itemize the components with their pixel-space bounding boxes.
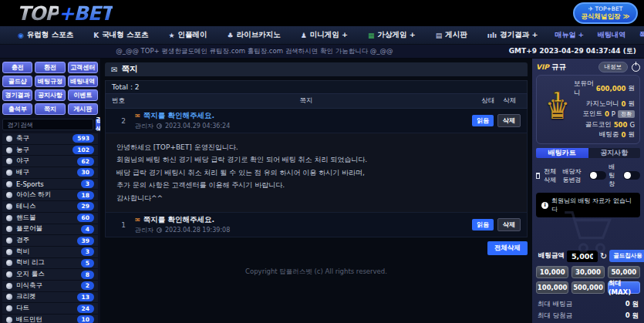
auto-change-toggle[interactable]	[589, 171, 606, 180]
quick-amount-button[interactable]: 30,000	[572, 266, 604, 278]
sport-list-item[interactable]: 오지 룰스 8	[2, 269, 98, 281]
nav-item-icon: ▤	[436, 32, 443, 39]
nav-item[interactable]: ♟ 미니게임 +	[291, 30, 358, 40]
site-logo[interactable]: TOP+BET	[17, 2, 113, 25]
quick-amount-button[interactable]: 100,000	[536, 281, 568, 294]
sidebar-menu-button[interactable]: 이벤트	[68, 89, 98, 101]
sport-icon	[6, 237, 12, 244]
message-title[interactable]: ✉쪽지를 확인해주세요.	[135, 215, 468, 225]
nav-item-label: 가상게임 +	[378, 30, 416, 40]
sidebar-menu-button[interactable]: 배팅내역	[68, 76, 98, 87]
message-icon: ✉	[111, 66, 117, 74]
nav-item[interactable]: ▦ 가상게임 +	[358, 30, 426, 40]
match-search-input[interactable]	[2, 119, 93, 130]
message-body-line: 추가 문의 사항은 고객센터를 이용해 주시기 바랍니다.	[116, 180, 516, 190]
sport-list-item[interactable]: 배구 30	[2, 167, 98, 179]
bet-window-toggle[interactable]	[623, 171, 640, 180]
sport-list-item[interactable]: 다트 24	[2, 303, 98, 315]
logout-icon[interactable]	[632, 63, 640, 72]
nav-item[interactable]: ıılı 경기결과 +	[477, 30, 548, 40]
sidebar-menu-button[interactable]: 경기결과	[2, 89, 32, 101]
cart-controls: 전체삭제 배당자동변경 배팅창	[536, 163, 640, 188]
sport-count-badge: 62	[77, 157, 94, 166]
level-number: 1	[553, 89, 563, 105]
sport-icon	[6, 204, 12, 210]
sport-count-badge: 593	[72, 134, 94, 143]
sport-list-item[interactable]: 럭비 3	[2, 247, 98, 258]
official-channel-button[interactable]: ✈TOP+BET 공식채널입장 ≫	[573, 2, 638, 24]
sport-name: 아이스 하키	[16, 190, 51, 200]
sport-list-item[interactable]: 경주 39	[2, 235, 98, 247]
point-convert-button[interactable]: 전환	[618, 110, 635, 118]
sport-name: 야구	[16, 156, 29, 166]
sidebar-menu-button[interactable]: 쪽지	[35, 103, 65, 115]
sport-icon	[6, 305, 12, 311]
server-time: GMT+9 2023-04-29 04:37:44 (토)	[509, 46, 644, 56]
sidebar-menu-button[interactable]: 배팅규정	[35, 76, 65, 87]
sport-name: 농구	[16, 146, 29, 155]
sport-list-item[interactable]: 핸드볼 60	[2, 213, 98, 224]
sport-list-item[interactable]: 럭비 리그 5	[2, 258, 98, 270]
clock-icon	[157, 227, 162, 233]
main-content: ✉ 쪽지 Total : 2 번호 쪽지 상태 삭제 2 ✉쪽지를 확인해주세요…	[100, 59, 532, 323]
sport-count-badge: 102	[72, 146, 94, 154]
sidebar-menu-button[interactable]: 출석부	[2, 103, 32, 115]
auto-change-label: 배당자동변경	[562, 167, 587, 184]
balance-gold: 골드코인500G	[574, 120, 635, 130]
cart-delete-all[interactable]: 전체삭제	[544, 167, 560, 184]
delete-button[interactable]: 삭제	[497, 218, 521, 231]
quick-amount-button[interactable]: 500,000	[572, 281, 604, 294]
quick-amount-button[interactable]: 50,000	[608, 266, 640, 278]
new-message-icon: ✉	[135, 113, 140, 119]
sidebar-menu-button[interactable]: 게시판	[68, 103, 98, 115]
telegram-icon: ✈	[588, 5, 594, 12]
sport-list-item[interactable]: 크리켓 13	[2, 292, 98, 304]
my-info-button[interactable]: 내정보	[598, 62, 629, 72]
sidebar-menu-button[interactable]: 공지사항	[35, 89, 65, 101]
nav-link[interactable]: 배팅내역	[591, 30, 632, 40]
sidebar-menu-button[interactable]: 골드샵	[2, 76, 32, 87]
sport-list-item[interactable]: 테니스 29	[2, 201, 98, 213]
tab-bet-cart[interactable]: 배팅카트	[536, 148, 588, 158]
nav-item[interactable]: K 국내형 스포츠	[83, 30, 158, 40]
status-badge: 읽음	[472, 219, 494, 230]
tab-notice[interactable]: 공지사항	[588, 148, 641, 158]
sport-list-item[interactable]: 축구 593	[2, 133, 98, 145]
sport-list-item[interactable]: 배드민턴 10	[2, 315, 98, 323]
sport-list-item[interactable]: 농구 102	[2, 145, 98, 156]
vip-badge: VIP	[536, 63, 549, 71]
nav-item[interactable]: ◉ 유럽형 스포츠	[8, 30, 83, 40]
table-header: 번호 쪽지 상태 삭제	[105, 93, 528, 109]
sidebar-menu-button[interactable]: 고객센터	[68, 62, 98, 73]
sport-icon	[6, 170, 12, 176]
max-amount-button[interactable]: 최대(MAX)	[608, 281, 640, 294]
sidebar-menu-button[interactable]: 환전	[35, 62, 65, 73]
sport-list-item[interactable]: E-Sports 3	[2, 179, 98, 190]
left-sidebar: 충전환전고객센터골드샵배팅규정배팅내역경기결과공지사항이벤트출석부쪽지게시판 검…	[0, 59, 100, 323]
sidebar-menu-button[interactable]: 충전	[2, 62, 32, 73]
col-message: 쪽지	[135, 96, 477, 106]
sport-name: 플로어볼	[16, 224, 42, 234]
quick-amount-button[interactable]: 10,000	[536, 266, 568, 278]
sport-name: 경주	[16, 236, 29, 245]
sport-name: 럭비	[16, 247, 29, 257]
info-icon: i	[541, 202, 548, 209]
message-author: 관리자	[135, 226, 153, 234]
sport-list-item[interactable]: 야구 62	[2, 156, 98, 167]
message-body: 안녕하세요 [TOP+BET] 운영진입니다.회원님의 배팅 하신 경기 배당 …	[105, 133, 528, 213]
nav-item[interactable]: ♣ 라이브카지노	[217, 30, 291, 40]
message-date: 2023.04.28 19:39:08	[165, 227, 230, 234]
page-title: 쪽지	[121, 64, 137, 75]
sport-list-item[interactable]: 아이스 하키 18	[2, 190, 98, 201]
nav-link[interactable]: 쪽지	[632, 30, 644, 40]
page-title-bar: ✉ 쪽지	[105, 62, 528, 76]
sport-list-item[interactable]: 플로어볼 4	[2, 224, 98, 236]
delete-button[interactable]: 삭제	[497, 114, 521, 127]
nav-link[interactable]: 매뉴얼 +	[548, 30, 591, 40]
sport-list-item[interactable]: 미식축구 2	[2, 281, 98, 292]
delete-all-button[interactable]: 전체삭제	[487, 241, 528, 255]
nav-item[interactable]: ▤ 게시판	[426, 30, 477, 40]
nav-item[interactable]: ★ 인플레이	[158, 30, 217, 40]
message-title[interactable]: ✉쪽지를 확인해주세요.	[135, 111, 468, 121]
sport-count-badge: 18	[77, 191, 94, 200]
